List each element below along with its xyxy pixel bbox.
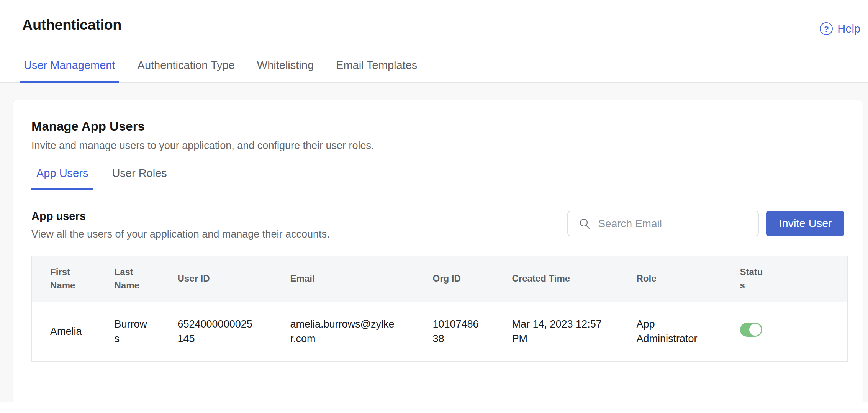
tab-whitelisting[interactable]: Whitelisting (253, 59, 318, 83)
col-header-role: Role (618, 256, 722, 302)
card-title: Manage App Users (31, 119, 844, 134)
section-title: App users (31, 210, 329, 223)
tab-user-management[interactable]: User Management (20, 59, 119, 83)
cell-status (722, 302, 848, 361)
invite-user-button[interactable]: Invite User (766, 211, 844, 236)
col-header-created-time: Created Time (494, 256, 618, 302)
cell-email: amelia.burrows@zylker.com (272, 302, 414, 361)
cell-org-id: 1010748638 (414, 302, 494, 361)
col-header-email: Email (272, 256, 414, 302)
cell-last-name: Burrows (96, 302, 159, 361)
tab-authentication-type[interactable]: Authentication Type (134, 59, 239, 83)
main-tab-bar: User Management Authentication Type Whit… (0, 59, 868, 83)
col-header-status: Status (722, 256, 848, 302)
search-email-input[interactable] (597, 217, 750, 230)
search-email-box[interactable] (567, 211, 759, 236)
app-users-table: First Name Last Name User ID Email Org I… (31, 256, 848, 362)
col-header-user-id: User ID (159, 256, 272, 302)
page-title: Authentication (22, 17, 121, 33)
page-header: Authentication ? Help (0, 0, 868, 35)
cell-user-id: 6524000000025145 (159, 302, 272, 361)
status-toggle-knob (749, 324, 761, 336)
cell-created-time: Mar 14, 2023 12:57 PM (494, 302, 618, 361)
section-subtitle: View all the users of your application a… (31, 228, 329, 240)
col-header-last-name: Last Name (96, 256, 159, 302)
table-row: Amelia Burrows 6524000000025145 amelia.b… (32, 302, 848, 361)
col-header-org-id: Org ID (414, 256, 494, 302)
cell-first-name: Amelia (32, 302, 96, 361)
cell-role: App Administrator (618, 302, 722, 361)
tab-email-templates[interactable]: Email Templates (332, 59, 421, 83)
content-area: Manage App Users Invite and manage users… (0, 83, 868, 402)
manage-app-users-card: Manage App Users Invite and manage users… (13, 100, 863, 402)
section-heading-block: App users View all the users of your app… (31, 210, 329, 240)
tab-app-users[interactable]: App Users (31, 167, 93, 190)
inner-tab-bar: App Users User Roles (31, 167, 844, 190)
status-toggle[interactable] (740, 323, 762, 337)
help-link[interactable]: ? Help (820, 22, 860, 35)
col-header-first-name: First Name (32, 256, 96, 302)
section-actions: Invite User (567, 211, 844, 236)
tab-user-roles[interactable]: User Roles (107, 167, 172, 190)
help-question-icon: ? (820, 22, 833, 35)
app-users-section-header: App users View all the users of your app… (31, 210, 844, 240)
help-label: Help (837, 23, 860, 35)
card-subtitle: Invite and manage users to your applicat… (31, 140, 844, 152)
table-header-row: First Name Last Name User ID Email Org I… (32, 256, 848, 302)
search-icon (579, 218, 590, 229)
